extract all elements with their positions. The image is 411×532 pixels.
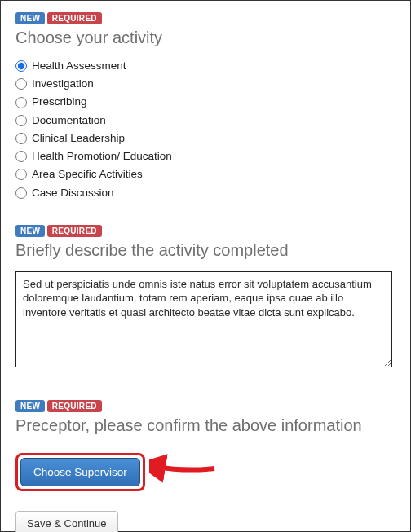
activity-option[interactable]: Health Promotion/ Education: [15, 149, 396, 164]
activity-option[interactable]: Documentation: [15, 113, 396, 128]
activity-radio[interactable]: [15, 133, 27, 144]
activity-radio[interactable]: [15, 60, 27, 72]
badge-required: REQUIRED: [47, 12, 102, 24]
activity-radio[interactable]: [15, 78, 27, 90]
activity-option-label: Area Specific Activities: [32, 167, 143, 182]
form-page: NEW REQUIRED Choose your activity Health…: [0, 0, 411, 532]
activity-option-label: Prescribing: [32, 95, 87, 109]
badge-new: NEW: [15, 12, 45, 24]
activity-option[interactable]: Health Assessment: [15, 59, 396, 73]
badge-required: REQUIRED: [47, 400, 102, 412]
choose-supervisor-highlight: Choose Supervisor: [15, 453, 145, 491]
badges-activity: NEW REQUIRED: [15, 11, 396, 25]
describe-heading: Briefly describe the activity completed: [15, 241, 396, 260]
activity-radio[interactable]: [15, 169, 27, 180]
choose-supervisor-button[interactable]: Choose Supervisor: [20, 458, 140, 486]
badge-required: REQUIRED: [47, 225, 102, 237]
activity-radio[interactable]: [15, 151, 27, 162]
activity-option[interactable]: Case Discussion: [15, 186, 396, 200]
annotation-arrow-icon: [149, 451, 223, 483]
activity-option[interactable]: Investigation: [15, 77, 396, 91]
activity-option-label: Investigation: [32, 77, 94, 91]
activity-option-label: Health Promotion/ Education: [32, 149, 172, 164]
activity-option[interactable]: Prescribing: [15, 95, 396, 109]
badge-new: NEW: [15, 225, 45, 237]
badges-describe: NEW REQUIRED: [15, 223, 396, 238]
activity-option-label: Case Discussion: [32, 186, 114, 200]
footer-actions: Save & Continue: [15, 511, 396, 532]
preceptor-heading: Preceptor, please confirm the above info…: [15, 416, 396, 435]
activity-option[interactable]: Area Specific Activities: [15, 167, 396, 182]
activity-heading: Choose your activity: [15, 29, 396, 47]
activity-option-label: Health Assessment: [32, 59, 126, 73]
badges-preceptor: NEW REQUIRED: [15, 398, 396, 413]
activity-radio[interactable]: [15, 187, 27, 199]
activity-radio[interactable]: [15, 115, 27, 126]
activity-radio[interactable]: [15, 97, 27, 108]
badge-new: NEW: [15, 400, 45, 412]
activity-option-label: Clinical Leadership: [32, 131, 125, 146]
describe-textarea[interactable]: [15, 271, 392, 367]
activity-option[interactable]: Clinical Leadership: [15, 131, 396, 146]
activity-option-label: Documentation: [32, 113, 106, 128]
save-continue-button[interactable]: Save & Continue: [15, 511, 118, 532]
describe-field-wrap: [15, 271, 396, 371]
activity-radio-group: Health AssessmentInvestigationPrescribin…: [15, 59, 396, 200]
